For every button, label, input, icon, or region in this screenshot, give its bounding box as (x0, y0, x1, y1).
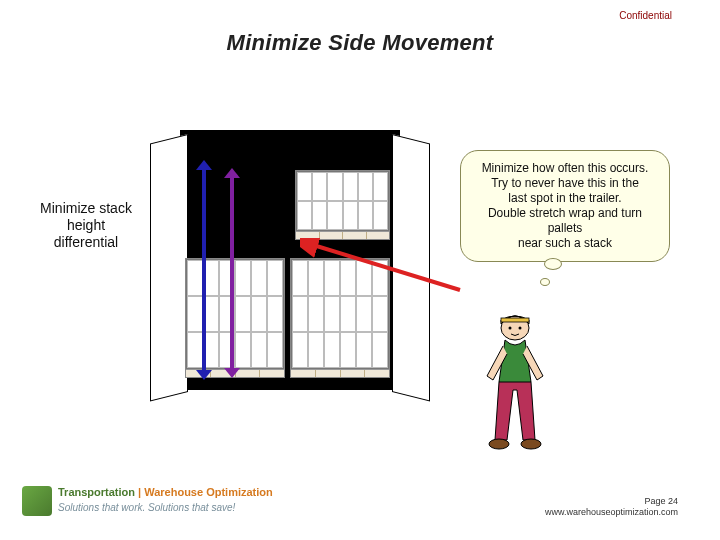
blue-double-arrow-icon (200, 160, 208, 380)
bubble-line: Double stretch wrap and turn (471, 206, 659, 221)
pallet-top-right (295, 170, 390, 240)
trailer-door-left (150, 134, 188, 401)
svg-point-4 (519, 327, 522, 330)
svg-rect-2 (501, 318, 529, 322)
page-title: Minimize Side Movement (0, 30, 720, 56)
svg-point-5 (489, 439, 509, 449)
bubble-line: pallets (471, 221, 659, 236)
speech-bubble: Minimize how often this occurs. Try to n… (460, 150, 670, 262)
left-annotation: Minimize stack height differential (36, 200, 136, 250)
pallet-bottom-right (290, 258, 390, 378)
svg-point-6 (521, 439, 541, 449)
company-logo: Transportation | Warehouse Optimization … (22, 484, 282, 518)
bubble-line: Minimize how often this occurs. (471, 161, 659, 176)
bubble-line: last spot in the trailer. (471, 191, 659, 206)
bubble-line: near such a stack (471, 236, 659, 251)
page-number: Page 24 (545, 496, 678, 507)
confidential-label: Confidential (619, 10, 672, 21)
footer: Page 24 www.warehouseoptimization.com (545, 496, 678, 518)
footer-url: www.warehouseoptimization.com (545, 507, 678, 518)
trailer-illustration (150, 130, 430, 410)
trailer-door-right (392, 134, 430, 401)
worker-icon (475, 310, 555, 455)
svg-point-3 (509, 327, 512, 330)
bubble-line: Try to never have this in the (471, 176, 659, 191)
logo-wordmark: Transportation | Warehouse Optimization (58, 486, 273, 498)
purple-double-arrow-icon (228, 168, 236, 378)
logo-tagline: Solutions that work. Solutions that save… (58, 502, 235, 513)
logo-mark-icon (22, 486, 52, 516)
